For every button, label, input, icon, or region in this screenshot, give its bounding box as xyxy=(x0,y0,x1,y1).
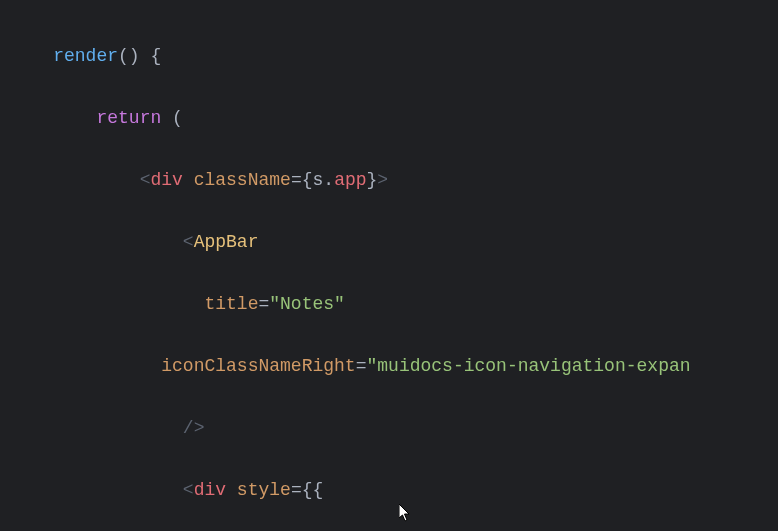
code-line: title="Notes" xyxy=(0,289,778,320)
code-line: render() { xyxy=(0,41,778,72)
code-line: return ( xyxy=(0,103,778,134)
code-line: <AppBar xyxy=(0,227,778,258)
code-line: <div style={{ xyxy=(0,475,778,506)
code-line: /> xyxy=(0,413,778,444)
code-line: <div className={s.app}> xyxy=(0,165,778,196)
code-line: iconClassNameRight="muidocs-icon-navigat… xyxy=(0,351,778,382)
code-editor[interactable]: render() { return ( <div className={s.ap… xyxy=(0,0,778,531)
